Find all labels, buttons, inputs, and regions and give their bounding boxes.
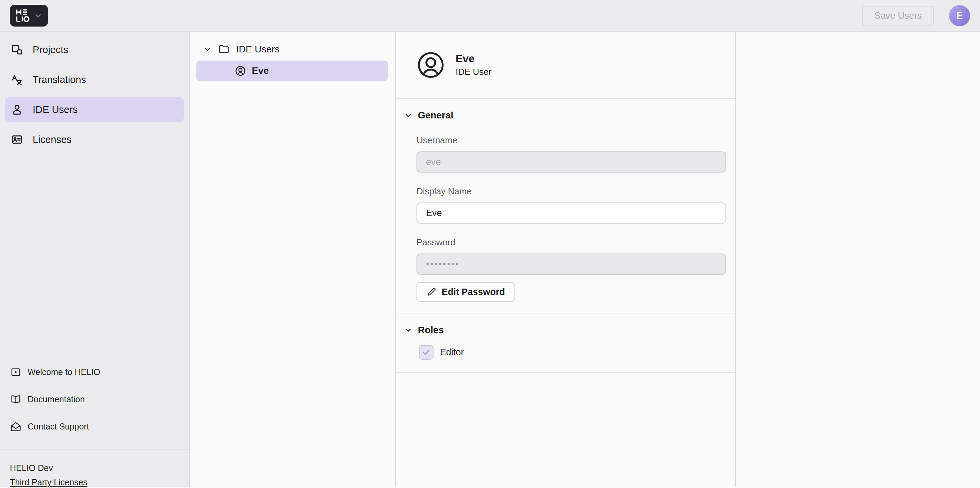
empty-workspace-area (737, 32, 980, 487)
chevron-down-icon (404, 111, 412, 120)
top-bar: Save Users E (0, 0, 980, 32)
sidebar-item-label: IDE Users (33, 104, 78, 115)
ide-users-icon (11, 104, 23, 115)
display-name-field[interactable] (417, 202, 726, 224)
username-field[interactable] (417, 151, 726, 173)
tree-node-ide-users[interactable]: IDE Users (190, 40, 395, 59)
roles-section-header[interactable]: Roles (396, 313, 735, 335)
editor-role-checkbox[interactable] (419, 345, 434, 360)
sidebar-link-documentation[interactable]: Documentation (0, 386, 189, 413)
sidebar-link-contact-support[interactable]: Contact Support (0, 413, 189, 440)
sidebar-spacer (0, 154, 189, 358)
third-party-licenses-link[interactable]: Third Party Licenses (10, 477, 88, 487)
app-version-label: HELIO Dev (10, 463, 179, 473)
display-name-label: Display Name (417, 186, 726, 197)
user-detail-panel: Eve IDE User General Username Display Na… (396, 32, 737, 487)
tree-node-label: Eve (252, 65, 269, 76)
section-heading-label: General (418, 110, 453, 121)
projects-icon (11, 44, 23, 56)
sidebar-item-label: Licenses (33, 134, 72, 145)
play-icon (11, 367, 21, 377)
save-users-button[interactable]: Save Users (862, 6, 934, 25)
edit-password-label: Edit Password (442, 287, 505, 297)
password-label: Password (417, 237, 726, 248)
user-circle-icon (417, 51, 445, 79)
sidebar-item-projects[interactable]: Projects (5, 37, 184, 62)
detail-header: Eve IDE User (396, 32, 735, 99)
sidebar-link-label: Documentation (27, 394, 85, 404)
mail-open-icon (11, 421, 21, 432)
sidebar-item-label: Translations (33, 74, 86, 86)
sidebar-link-welcome[interactable]: Welcome to HELIO (0, 358, 189, 386)
role-option-editor: Editor (419, 345, 735, 360)
password-field[interactable] (417, 254, 726, 275)
helio-logo-icon (15, 9, 31, 22)
tree-node-label: IDE Users (236, 44, 280, 55)
sidebar-item-translations[interactable]: Translations (5, 67, 184, 92)
book-open-icon (11, 394, 21, 405)
chevron-down-icon (404, 326, 412, 334)
page-title: Eve (456, 53, 492, 65)
general-section: General Username Display Name Password E… (396, 99, 735, 313)
tree-node-eve[interactable]: Eve (196, 60, 388, 81)
folder-icon (219, 44, 229, 54)
translations-icon (11, 74, 23, 86)
chevron-down-icon (34, 11, 43, 20)
check-icon (422, 348, 430, 357)
role-label: Editor (440, 347, 464, 358)
sidebar-link-label: Contact Support (27, 422, 89, 431)
sidebar-item-label: Projects (33, 44, 68, 56)
pencil-icon (427, 287, 436, 297)
sidebar-link-label: Welcome to HELIO (27, 367, 100, 377)
user-avatar[interactable]: E (949, 5, 970, 26)
ide-users-tree-panel: IDE Users Eve (190, 32, 396, 487)
section-heading-label: Roles (418, 325, 444, 335)
sidebar-footer: HELIO Dev Third Party Licenses (0, 449, 189, 487)
page-subtitle: IDE User (456, 67, 492, 77)
sidebar-item-ide-users[interactable]: IDE Users (5, 97, 184, 122)
user-circle-icon (235, 66, 246, 76)
roles-section: Roles Editor (396, 313, 735, 373)
edit-password-button[interactable]: Edit Password (417, 282, 515, 302)
licenses-icon (11, 134, 23, 145)
helio-logo-menu-button[interactable] (10, 5, 48, 27)
general-section-header[interactable]: General (396, 99, 735, 121)
chevron-down-icon[interactable] (203, 45, 212, 54)
sidebar: Projects Translations IDE Users (0, 32, 190, 487)
sidebar-item-licenses[interactable]: Licenses (5, 127, 184, 152)
username-label: Username (417, 135, 726, 146)
